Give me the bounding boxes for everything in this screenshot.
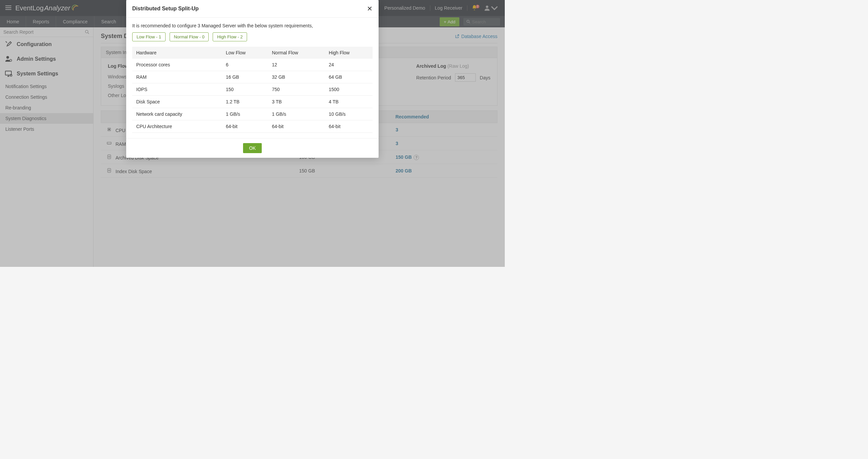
table-cell: 12 <box>268 59 324 71</box>
table-header: High Flow <box>325 47 373 59</box>
table-cell: 1 GB/s <box>268 108 324 121</box>
chip-low-flow[interactable]: Low Flow - 1 <box>132 32 165 41</box>
table-cell: 1 GB/s <box>222 108 268 121</box>
table-cell: 150 <box>222 84 268 96</box>
table-cell: 6 <box>222 59 268 71</box>
table-cell: 64 GB <box>325 71 373 84</box>
table-cell: Disk Space <box>132 96 222 108</box>
table-cell: CPU Architecture <box>132 121 222 133</box>
table-row: Network card capacity1 GB/s1 GB/s10 GB/s <box>132 108 373 121</box>
close-icon[interactable]: ✕ <box>367 5 373 13</box>
table-cell: 4 TB <box>325 96 373 108</box>
table-cell: 64-bit <box>222 121 268 133</box>
table-cell: 16 GB <box>222 71 268 84</box>
table-header: Normal Flow <box>268 47 324 59</box>
distributed-setup-modal: Distributed Setup Split-Up ✕ It is recom… <box>126 0 379 158</box>
table-cell: 24 <box>325 59 373 71</box>
requirements-table: HardwareLow FlowNormal FlowHigh Flow Pro… <box>132 47 373 133</box>
chip-normal-flow[interactable]: Normal Flow - 0 <box>169 32 209 41</box>
table-cell: 750 <box>268 84 324 96</box>
table-cell: RAM <box>132 71 222 84</box>
table-cell: 10 GB/s <box>325 108 373 121</box>
table-row: CPU Architecture64-bit64-bit64-bit <box>132 121 373 133</box>
chip-high-flow[interactable]: High Flow - 2 <box>213 32 247 41</box>
table-cell: Processor cores <box>132 59 222 71</box>
table-row: IOPS1507501500 <box>132 84 373 96</box>
ok-button[interactable]: OK <box>243 143 262 153</box>
table-cell: 32 GB <box>268 71 324 84</box>
table-cell: 1.2 TB <box>222 96 268 108</box>
table-cell: 64-bit <box>325 121 373 133</box>
modal-overlay: Distributed Setup Split-Up ✕ It is recom… <box>0 0 505 267</box>
table-row: Processor cores61224 <box>132 59 373 71</box>
table-cell: 64-bit <box>268 121 324 133</box>
table-row: RAM16 GB32 GB64 GB <box>132 71 373 84</box>
table-row: Disk Space1.2 TB3 TB4 TB <box>132 96 373 108</box>
table-cell: 1500 <box>325 84 373 96</box>
modal-intro: It is recommended to configure 3 Managed… <box>132 23 373 28</box>
table-cell: Network card capacity <box>132 108 222 121</box>
table-cell: IOPS <box>132 84 222 96</box>
table-cell: 3 TB <box>268 96 324 108</box>
table-header: Hardware <box>132 47 222 59</box>
modal-title: Distributed Setup Split-Up <box>132 6 199 12</box>
table-header: Low Flow <box>222 47 268 59</box>
